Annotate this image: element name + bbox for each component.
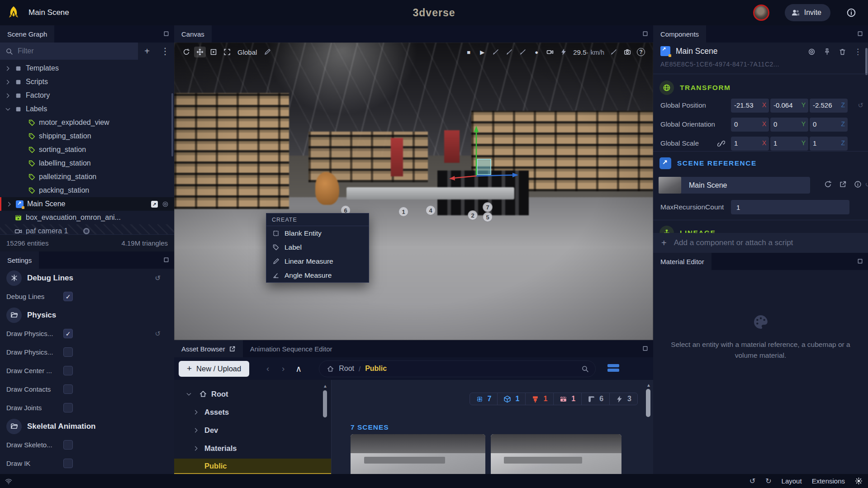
tree-item-main-scene[interactable]: Main Scene↗ [0, 197, 174, 211]
tree-item-labels[interactable]: Labels [0, 102, 174, 116]
axis-input-z[interactable]: 0Z [810, 118, 848, 132]
visibility-off-icon[interactable] [83, 228, 90, 234]
breadcrumb-current[interactable]: Public [365, 365, 387, 373]
badge-module-bolt[interactable]: 3 [610, 393, 637, 405]
reset-icon[interactable]: ↺ [155, 330, 161, 338]
refresh-icon[interactable] [824, 180, 832, 188]
speed-bolt-icon[interactable] [558, 47, 569, 57]
axis-input-x[interactable]: 0X [731, 118, 769, 132]
nav-back-button[interactable]: ‹ [260, 361, 275, 376]
tab-asset-browser[interactable]: Asset Browser [174, 340, 243, 357]
measure-tool-3-icon[interactable] [517, 47, 529, 57]
kebab-menu-icon[interactable]: ⋮ [854, 47, 862, 57]
badge-scene-sphere[interactable]: 7 [470, 393, 498, 405]
settings-toggle-draw-physics-[interactable]: Draw Physics... [0, 343, 174, 361]
breadcrumb[interactable]: Root / Public [319, 360, 596, 377]
stop-button[interactable]: ■ [463, 47, 474, 57]
measure-tool-2-icon[interactable] [503, 47, 515, 57]
tab-animation-sequence-editor[interactable]: Animation Sequence Editor [243, 340, 340, 357]
move-tool-button[interactable] [194, 47, 206, 57]
checkbox-unchecked[interactable] [63, 403, 73, 412]
badge-mesh-cube[interactable]: 1 [498, 393, 526, 405]
annotate-button[interactable] [608, 47, 620, 57]
axis-input-y[interactable]: 0Y [770, 118, 808, 132]
checkbox-checked[interactable]: ✓ [63, 292, 73, 301]
settings-toggle-draw-center-[interactable]: Draw Center ... [0, 361, 174, 380]
max-recursion-input[interactable]: 1 [731, 200, 849, 214]
tree-item-palletizing-station[interactable]: palletizing_station [0, 170, 174, 184]
tree-item-templates[interactable]: Templates [0, 62, 174, 75]
reset-icon[interactable]: ↺ [155, 274, 161, 282]
tree-item-scripts[interactable]: Scripts [0, 75, 174, 89]
axis-input-z[interactable]: 1Z [810, 137, 848, 151]
float-window-icon[interactable] [163, 30, 170, 37]
checkbox-unchecked[interactable] [63, 347, 73, 357]
frame-tool-button[interactable] [208, 47, 219, 57]
reset-icon[interactable]: ↺ [858, 101, 863, 109]
open-external-icon[interactable] [229, 346, 236, 352]
settings-toggle-debug-lines[interactable]: Debug Lines✓ [0, 287, 174, 306]
scene-graph-scrollbar[interactable] [171, 93, 173, 156]
float-window-icon[interactable] [857, 30, 863, 37]
transform-section-header[interactable]: TRANSFORM [659, 81, 731, 95]
breadcrumb-root[interactable]: Root [339, 365, 354, 373]
checkbox-checked[interactable]: ✓ [63, 329, 73, 338]
menu-item-blank-entity[interactable]: Blank Entity [266, 226, 369, 240]
axis-input-y[interactable]: -0.064Y [770, 99, 808, 113]
scene-marker-1[interactable]: 1 [398, 207, 408, 217]
menu-item-angle-measure[interactable]: Angle Measure [266, 268, 369, 282]
tab-scene-graph[interactable]: Scene Graph [0, 25, 54, 43]
link-icon[interactable] [717, 140, 725, 147]
fit-view-button[interactable] [221, 47, 233, 57]
new-upload-button[interactable]: +New / Upload [179, 361, 249, 377]
scene-reference-input[interactable]: Main Scene [681, 177, 810, 194]
folder-item-public[interactable]: Public [174, 459, 331, 474]
float-window-icon[interactable] [642, 345, 649, 352]
filter-input[interactable]: Filter [0, 43, 138, 60]
settings-toggle-draw-contacts[interactable]: Draw Contacts [0, 380, 174, 398]
view-mode-toggle[interactable] [607, 364, 619, 373]
scene-reference-thumbnail[interactable] [659, 177, 681, 194]
refresh-view-button[interactable] [180, 47, 192, 57]
badge-script-scroll[interactable]: 6 [582, 393, 610, 405]
folder-item-dev[interactable]: Dev [174, 422, 331, 438]
layout-menu[interactable]: Layout [782, 477, 802, 485]
scene-marker-2[interactable]: 2 [468, 210, 478, 220]
axis-input-x[interactable]: -21.53X [731, 99, 769, 113]
focus-target-icon[interactable] [808, 48, 816, 56]
checkbox-unchecked[interactable] [63, 440, 73, 450]
transform-gizmo[interactable] [436, 115, 536, 187]
tab-components[interactable]: Components [653, 25, 706, 43]
help-button[interactable]: ? [635, 47, 647, 57]
add-entity-button[interactable]: + [138, 43, 156, 60]
redo-icon[interactable]: ↻ [765, 477, 771, 485]
folder-item-assets[interactable]: Assets [174, 404, 331, 420]
extensions-menu[interactable]: Extensions [812, 477, 845, 485]
tree-item-labelling-station[interactable]: labelling_station [0, 156, 174, 170]
settings-toggle-draw-skeleto-[interactable]: Draw Skeleto... [0, 436, 174, 454]
tree-item-factory[interactable]: Factory [0, 89, 174, 102]
settings-toggle-draw-physics-[interactable]: Draw Physics...✓↺ [0, 324, 174, 343]
info-icon[interactable] [846, 8, 856, 18]
tree-item-sorting-station[interactable]: sorting_station [0, 143, 174, 156]
axis-input-x[interactable]: 1X [731, 137, 769, 151]
nav-forward-button[interactable]: › [275, 361, 291, 376]
scene-marker-5[interactable]: 5 [483, 212, 493, 222]
float-window-icon[interactable] [163, 256, 170, 263]
folder-item-materials[interactable]: Materials [174, 441, 331, 456]
sphere-view-button[interactable]: ● [531, 47, 542, 57]
checkbox-unchecked[interactable] [63, 459, 73, 468]
tree-item-motor-exploded-view[interactable]: motor_exploded_view [0, 116, 174, 129]
badge-material-brush[interactable]: 1 [526, 393, 554, 405]
rocket-logo-icon[interactable] [8, 6, 19, 19]
nav-up-button[interactable]: ∧ [291, 361, 306, 376]
menu-item-label[interactable]: Label [266, 240, 369, 254]
screenshot-button[interactable] [621, 47, 633, 57]
checkbox-unchecked[interactable] [63, 366, 73, 375]
camera-record-button[interactable] [544, 47, 556, 57]
settings-toggle-draw-ik[interactable]: Draw IK [0, 454, 174, 473]
add-component-input[interactable]: +Add a component or attach a script [653, 233, 868, 253]
play-button[interactable]: ▶ [476, 47, 488, 57]
measure-tool-1-icon[interactable] [490, 47, 502, 57]
open-external-icon[interactable] [839, 180, 847, 188]
